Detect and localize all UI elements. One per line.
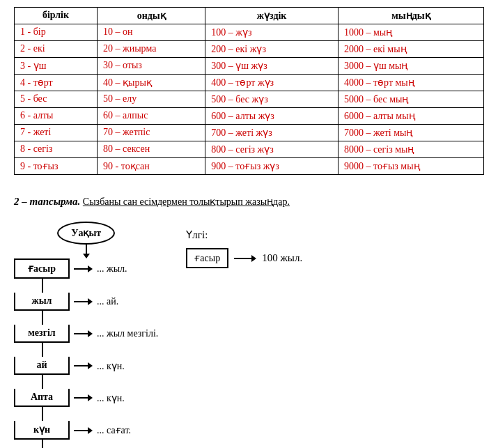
- arrow-right-2: [74, 330, 93, 337]
- arrow-right-3: [74, 362, 93, 369]
- table-cell: 1 - бір: [15, 24, 98, 41]
- diagram-box-2: мезгіл: [14, 325, 70, 343]
- table-header: ондық: [98, 8, 205, 24]
- example-label: Үлгі:: [186, 229, 208, 241]
- table-cell: 600 – алты жүз: [205, 108, 339, 125]
- table-cell: 800 – сегіз жүз: [205, 141, 339, 158]
- table-header: жүздік: [205, 8, 339, 24]
- arrow-right-1: [74, 298, 93, 305]
- table-cell: 6000 – алты мың: [338, 108, 483, 125]
- block-group-3: ай... күн.: [14, 357, 125, 389]
- table-row: 3 - үш30 – отыз300 – үш жүз3000 – үш мың: [15, 58, 484, 75]
- table-cell: 9000 – тоғыз мың: [338, 158, 483, 175]
- vertical-line-1: [42, 311, 43, 325]
- table-cell: 80 – сексен: [98, 141, 205, 158]
- table-row: 7 - жеті70 – жетпіс700 – жеті жүз7000 – …: [15, 125, 484, 141]
- table-cell: 4000 – төрт мың: [338, 75, 483, 91]
- diagram-box-4: Апта: [14, 389, 70, 407]
- table-header: мыңдық: [338, 8, 483, 24]
- diagram-box-1: жыл: [14, 293, 70, 311]
- vertical-line-0: [42, 279, 43, 293]
- table-cell: 6 - алты: [15, 108, 98, 125]
- table-cell: 9 - тоғыз: [15, 158, 98, 175]
- table-row: 6 - алты60 – алпыс600 – алты жүз6000 – а…: [15, 108, 484, 125]
- vertical-line-3: [42, 375, 43, 389]
- arrow-label-1: ... ай.: [97, 296, 118, 307]
- vertical-line-5: [42, 440, 43, 448]
- table-cell: 8 - сегіз: [15, 141, 98, 158]
- arrow-label-3: ... күн.: [97, 360, 125, 372]
- diagram-box-5: күн: [14, 421, 70, 440]
- block-group-1: жыл... ай.: [14, 293, 118, 325]
- table-cell: 700 – жеті жүз: [205, 125, 339, 141]
- table-cell: 90 - тоқсан: [98, 158, 205, 175]
- table-cell: 8000 – сегіз мың: [338, 141, 483, 158]
- example-box: ғасыр: [186, 248, 228, 268]
- arrow-label-5: ... сағат.: [97, 424, 131, 436]
- table-cell: 3 - үш: [15, 58, 98, 75]
- block-group-0: ғасыр... жыл.: [14, 258, 127, 293]
- table-row: 5 - бес50 – елу500 – бес жүз5000 – бес м…: [15, 91, 484, 108]
- task-section: 2 – тапсырма. Сызбаны сан есімдермен тол…: [14, 196, 484, 208]
- block-group-4: Апта... күн.: [14, 389, 125, 421]
- table-cell: 3000 – үш мың: [338, 58, 483, 75]
- block-group-5: күн... сағат.: [14, 421, 131, 448]
- arrow-right-5: [74, 427, 93, 434]
- table-cell: 4 - төрт: [15, 75, 98, 91]
- task-text: Сызбаны сан есімдермен толықтырып жазыңд…: [83, 196, 290, 207]
- table-cell: 2 - екі: [15, 41, 98, 58]
- table-cell: 30 – отыз: [98, 58, 205, 75]
- diagram-left: Уақыт ғасыр... жыл.жыл... ай.мезгіл... ж…: [14, 222, 158, 448]
- block-group-2: мезгіл... жыл мезгілі.: [14, 325, 158, 357]
- table-cell: 7000 – жеті мың: [338, 125, 483, 141]
- arrow-label-0: ... жыл.: [97, 263, 127, 275]
- table-row: 1 - бір10 – он100 – жүз1000 – мың: [15, 24, 484, 41]
- diagram-box-0: ғасыр: [14, 258, 70, 279]
- example-result: 100 жыл.: [262, 252, 302, 264]
- table-row: 4 - төрт40 – қырық400 – төрт жүз4000 – т…: [15, 75, 484, 91]
- table-cell: 60 – алпыс: [98, 108, 205, 125]
- arrow-down-root: [83, 245, 90, 258]
- table-cell: 70 – жетпіс: [98, 125, 205, 141]
- table-cell: 5000 – бес мың: [338, 91, 483, 108]
- arrow-right-0: [74, 265, 93, 272]
- table-cell: 7 - жеті: [15, 125, 98, 141]
- table-cell: 5 - бес: [15, 91, 98, 108]
- vertical-line-2: [42, 343, 43, 357]
- table-cell: 10 – он: [98, 24, 205, 41]
- task-label: 2 – тапсырма.: [14, 196, 80, 207]
- table-cell: 500 – бес жүз: [205, 91, 339, 108]
- table-cell: 20 – жиырма: [98, 41, 205, 58]
- table-row: 9 - тоғыз90 - тоқсан900 – тоғыз жүз9000 …: [15, 158, 484, 175]
- table-cell: 2000 – екі мың: [338, 41, 483, 58]
- table-header: бірлік: [15, 8, 98, 24]
- table-cell: 100 – жүз: [205, 24, 339, 41]
- table-cell: 40 – қырық: [98, 75, 205, 91]
- diagram-container: Уақыт ғасыр... жыл.жыл... ай.мезгіл... ж…: [14, 222, 484, 448]
- table-row: 8 - сегіз80 – сексен800 – сегіз жүз8000 …: [15, 141, 484, 158]
- table-cell: 400 – төрт жүз: [205, 75, 339, 91]
- example-arrow: [234, 255, 256, 262]
- table-cell: 900 – тоғыз жүз: [205, 158, 339, 175]
- example-row: ғасыр 100 жыл.: [186, 248, 302, 268]
- arrow-right-4: [74, 394, 93, 401]
- example-section: Үлгі: ғасыр 100 жыл.: [186, 229, 302, 268]
- diagram-box-3: ай: [14, 357, 70, 375]
- arrow-label-2: ... жыл мезгілі.: [97, 328, 158, 339]
- vertical-line-4: [42, 407, 43, 421]
- table-cell: 50 – елу: [98, 91, 205, 108]
- table-cell: 200 – екі жүз: [205, 41, 339, 58]
- diagram-root: Уақыт: [57, 222, 115, 245]
- table-row: 2 - екі20 – жиырма200 – екі жүз2000 – ек…: [15, 41, 484, 58]
- arrow-label-4: ... күн.: [97, 392, 125, 404]
- diagram-blocks: ғасыр... жыл.жыл... ай.мезгіл... жыл мез…: [14, 258, 158, 448]
- table-cell: 1000 – мың: [338, 24, 483, 41]
- number-table: бірлікондықжүздікмыңдық 1 - бір10 – он10…: [14, 7, 484, 175]
- table-cell: 300 – үш жүз: [205, 58, 339, 75]
